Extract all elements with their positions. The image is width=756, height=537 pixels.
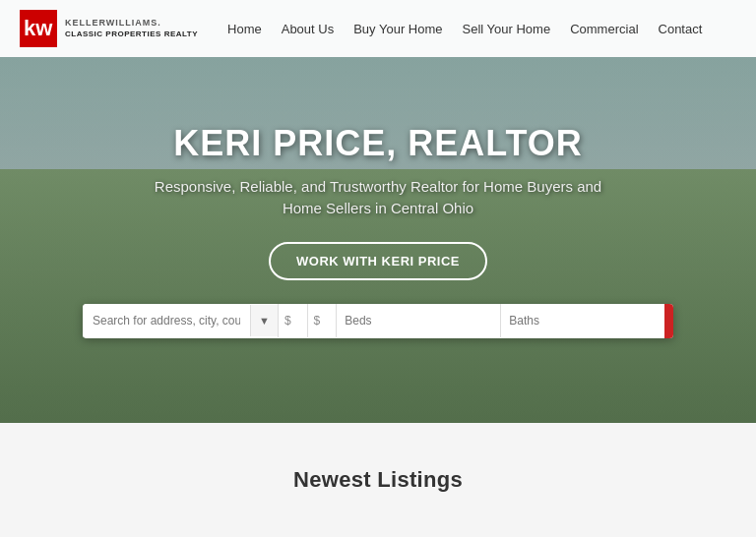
bottom-section: Newest Listings (0, 423, 756, 537)
search-bar: ▼ $ $ 🔍 Search (83, 304, 673, 338)
hero-content: KERI PRICE, REALTOR Responsive, Reliable… (0, 0, 756, 423)
nav-buy[interactable]: Buy Your Home (353, 22, 442, 36)
nav-links: Home About Us Buy Your Home Sell Your Ho… (227, 20, 702, 37)
newest-listings-title: Newest Listings (293, 467, 463, 493)
hero-title: KERI PRICE, REALTOR (173, 123, 583, 164)
logo-area: kw KELLERWILLIAMS. CLASSIC PROPERTIES RE… (20, 10, 198, 47)
navbar: kw KELLERWILLIAMS. CLASSIC PROPERTIES RE… (0, 0, 756, 57)
hero-subtitle: Responsive, Reliable, and Trustworthy Re… (142, 176, 614, 220)
hero-section: KERI PRICE, REALTOR Responsive, Reliable… (0, 0, 756, 423)
nav-about[interactable]: About Us (282, 22, 334, 36)
search-address-dropdown[interactable]: ▼ (250, 305, 278, 336)
beds-input[interactable] (337, 304, 501, 337)
search-address-input[interactable] (83, 304, 250, 337)
nav-commercial[interactable]: Commercial (570, 22, 638, 36)
work-with-keri-button[interactable]: WORK WITH KERI PRICE (269, 242, 487, 280)
nav-contact[interactable]: Contact (659, 22, 703, 36)
min-price-input[interactable] (293, 304, 301, 337)
logo-text: KELLERWILLIAMS. CLASSIC PROPERTIES REALT… (65, 18, 198, 39)
max-price-field: $ (308, 304, 338, 337)
max-price-input[interactable] (322, 304, 330, 337)
min-price-symbol: $ (284, 314, 293, 328)
baths-input[interactable] (501, 304, 664, 337)
max-price-symbol: $ (314, 314, 323, 328)
kw-logo-icon: kw (20, 10, 57, 47)
min-price-field: $ (279, 304, 308, 337)
svg-text:kw: kw (24, 16, 53, 40)
nav-home[interactable]: Home (227, 22, 262, 36)
search-address-wrapper: ▼ (83, 304, 279, 337)
nav-sell[interactable]: Sell Your Home (463, 22, 551, 36)
search-button[interactable]: 🔍 Search (664, 304, 673, 338)
